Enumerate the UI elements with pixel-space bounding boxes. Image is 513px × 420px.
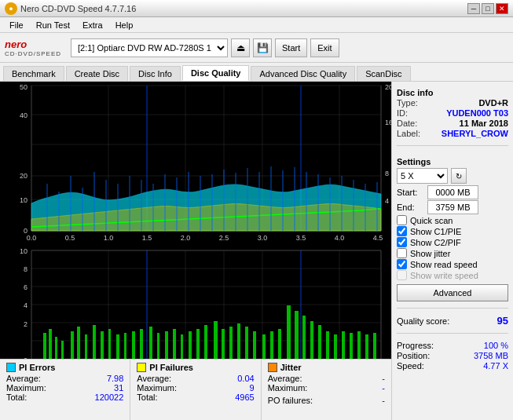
pi-failures-total-label: Total: <box>137 393 157 402</box>
menu-file[interactable]: File <box>3 19 30 31</box>
minimize-button[interactable]: ─ <box>467 3 480 14</box>
maximize-button[interactable]: □ <box>482 3 494 14</box>
svg-rect-110 <box>214 321 218 360</box>
show-c2pif-checkbox[interactable] <box>397 237 407 247</box>
start-button[interactable]: Start <box>275 38 307 57</box>
svg-rect-91 <box>61 341 64 360</box>
start-input[interactable] <box>427 185 478 199</box>
show-c1pie-checkbox[interactable] <box>397 226 407 236</box>
quick-scan-checkbox[interactable] <box>397 215 407 225</box>
svg-rect-113 <box>237 323 240 360</box>
menu-bar: File Run Test Extra Help <box>0 17 513 33</box>
pi-failures-avg-label: Average: <box>137 374 171 383</box>
svg-text:2.5: 2.5 <box>219 234 229 242</box>
svg-text:20: 20 <box>20 172 27 180</box>
svg-text:8: 8 <box>24 265 27 273</box>
svg-text:0.5: 0.5 <box>65 234 75 242</box>
svg-rect-95 <box>93 325 96 360</box>
close-button[interactable]: ✕ <box>496 3 508 14</box>
svg-rect-122 <box>310 321 313 360</box>
svg-text:4: 4 <box>24 301 27 309</box>
tab-bar: Benchmark Create Disc Disc Info Disc Qua… <box>0 63 513 82</box>
speed-select[interactable]: 5 X 1 X 2 X 4 X 8 X Maximum <box>397 168 448 184</box>
svg-text:50: 50 <box>20 83 27 91</box>
jitter-color <box>268 363 277 372</box>
tab-benchmark[interactable]: Benchmark <box>3 66 64 81</box>
pi-failures-max-label: Maximum: <box>137 383 177 393</box>
pi-failures-avg-val: 0.04 <box>237 374 254 383</box>
svg-text:1.0: 1.0 <box>104 234 114 242</box>
progress-label: Progress: <box>397 341 434 350</box>
svg-rect-118 <box>278 329 281 360</box>
progress-value: 100 % <box>484 341 508 350</box>
settings-title: Settings <box>397 157 508 166</box>
quality-score-value: 95 <box>497 315 508 327</box>
show-jitter-checkbox[interactable] <box>397 248 407 258</box>
quality-score-label: Quality score: <box>397 316 449 326</box>
pi-failures-title: PI Failures <box>149 363 193 372</box>
exit-button[interactable]: Exit <box>310 38 339 57</box>
pi-errors-stat: PI Errors Average: 7.98 Maximum: 31 Tota… <box>0 360 130 420</box>
tab-disc-info[interactable]: Disc Info <box>130 66 181 81</box>
po-failures-label: PO failures: <box>268 396 313 405</box>
svg-rect-116 <box>262 334 266 360</box>
refresh-button[interactable]: ↻ <box>451 168 467 184</box>
svg-rect-92 <box>71 331 74 360</box>
svg-rect-90 <box>55 337 57 360</box>
tab-advanced-disc-quality[interactable]: Advanced Disc Quality <box>251 66 355 81</box>
start-label: Start: <box>397 188 424 197</box>
show-read-speed-checkbox[interactable] <box>397 259 407 269</box>
menu-extra[interactable]: Extra <box>76 19 109 31</box>
date-label: Date: <box>397 119 417 128</box>
show-write-speed-label: Show write speed <box>410 271 478 280</box>
speed-label: Speed: <box>397 361 424 371</box>
svg-rect-100 <box>132 331 135 360</box>
date-value: 11 Mar 2018 <box>460 119 508 128</box>
svg-rect-109 <box>204 325 207 360</box>
drive-selector[interactable]: [2:1] Optiarc DVD RW AD-7280S 1.01 <box>71 38 228 57</box>
quality-score-row: Quality score: 95 <box>397 315 508 327</box>
tab-disc-quality[interactable]: Disc Quality <box>182 65 250 81</box>
svg-rect-103 <box>157 333 159 360</box>
jitter-stat: Jitter Average: - Maximum: - PO failures… <box>262 360 391 420</box>
po-failures-val: - <box>382 396 385 405</box>
save-icon[interactable]: 💾 <box>253 38 272 57</box>
main-content: 50 40 20 10 0 20 16 8 4 <box>0 82 513 420</box>
svg-rect-98 <box>116 334 119 360</box>
jitter-max-val: - <box>382 383 385 393</box>
disc-info-section: Disc info Type: DVD+R ID: YUDEN000 T03 D… <box>397 86 508 139</box>
show-write-speed-checkbox[interactable] <box>397 270 407 280</box>
label-value: SHERYL_CROW <box>442 129 508 138</box>
menu-help[interactable]: Help <box>109 19 140 31</box>
advanced-button[interactable]: Advanced <box>397 284 508 301</box>
svg-rect-107 <box>189 331 192 360</box>
jitter-title: Jitter <box>280 363 302 372</box>
tab-create-disc[interactable]: Create Disc <box>66 66 128 81</box>
quick-scan-label: Quick scan <box>410 216 453 225</box>
svg-text:4.0: 4.0 <box>335 234 345 242</box>
pi-errors-color <box>6 363 16 372</box>
tab-scandisc[interactable]: ScanDisc <box>357 66 410 81</box>
eject-icon[interactable]: ⏏ <box>231 38 250 57</box>
right-panel: Disc info Type: DVD+R ID: YUDEN000 T03 D… <box>391 82 513 420</box>
app-logo: nero CD·DVD/SPEED <box>5 38 61 57</box>
end-input[interactable] <box>427 200 478 214</box>
svg-text:3.0: 3.0 <box>258 234 268 242</box>
svg-rect-88 <box>43 333 46 360</box>
svg-rect-94 <box>85 334 87 360</box>
svg-rect-115 <box>253 331 256 360</box>
menu-runtest[interactable]: Run Test <box>30 19 76 31</box>
stats-bar: PI Errors Average: 7.98 Maximum: 31 Tota… <box>0 359 391 420</box>
chart-area: 50 40 20 10 0 20 16 8 4 <box>0 82 391 420</box>
show-jitter-label: Show jitter <box>410 249 450 258</box>
position-value: 3758 MB <box>474 351 508 360</box>
pi-failures-total-val: 4965 <box>235 393 254 402</box>
show-read-speed-label: Show read speed <box>410 260 478 269</box>
label-label: Label: <box>397 129 420 138</box>
pi-errors-total-val: 120022 <box>95 393 124 402</box>
title-bar: ● Nero CD-DVD Speed 4.7.7.16 ─ □ ✕ <box>0 0 513 17</box>
svg-rect-111 <box>222 329 225 360</box>
app-icon: ● <box>5 2 17 15</box>
svg-text:2.0: 2.0 <box>181 234 191 242</box>
svg-rect-123 <box>318 325 321 360</box>
